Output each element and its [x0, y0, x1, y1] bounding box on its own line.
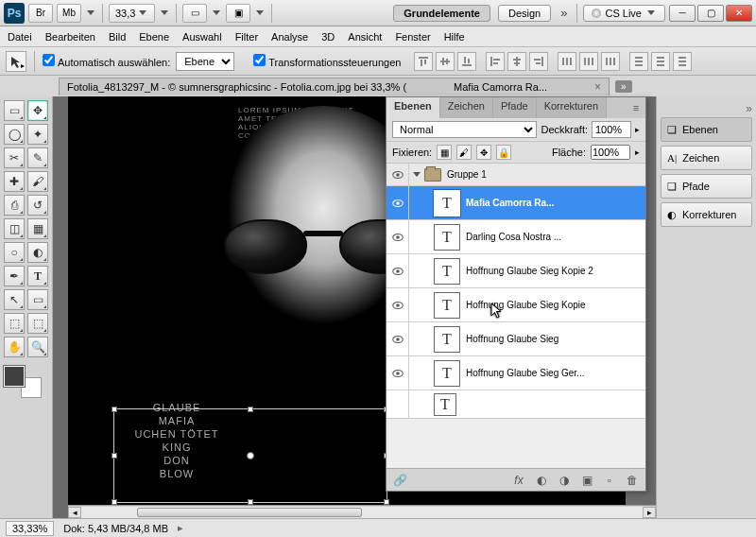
- move-tool-icon[interactable]: ▸: [6, 51, 26, 72]
- minibridge-button[interactable]: Mb: [57, 4, 81, 23]
- zoom-tool[interactable]: 🔍: [27, 337, 48, 357]
- tab-korrekturen[interactable]: Korrekturen: [537, 97, 607, 118]
- distribute-v2-icon[interactable]: [651, 52, 670, 71]
- layer-name[interactable]: Darling Cosa Nostra ...: [466, 232, 645, 242]
- blur-tool[interactable]: ○: [4, 242, 25, 263]
- menu-ebene[interactable]: Ebene: [139, 31, 169, 43]
- align-bottom-icon[interactable]: [457, 52, 476, 71]
- mask-icon[interactable]: ◐: [532, 472, 551, 489]
- bridge-button[interactable]: Br: [28, 4, 53, 23]
- document-tab[interactable]: Fotolia_4813297_M - © sumnersgraphicsinc…: [59, 78, 610, 95]
- new-group-icon[interactable]: ▣: [577, 472, 596, 489]
- tab-ebenen[interactable]: Ebenen: [387, 97, 440, 118]
- layer-name[interactable]: Hoffnung Glaube Sieg: [466, 334, 645, 344]
- eyedropper-tool[interactable]: ✎: [27, 147, 48, 168]
- close-tab-icon[interactable]: ×: [594, 80, 601, 94]
- menu-3d[interactable]: 3D: [321, 31, 335, 43]
- pen-tool[interactable]: ✒: [4, 266, 25, 286]
- horizontal-scrollbar[interactable]: ◂ ▸: [68, 505, 656, 518]
- layer-row[interactable]: T Mafia Camorra Ra...: [387, 186, 645, 220]
- workspace-more-icon[interactable]: »: [560, 6, 567, 20]
- color-swatches[interactable]: [4, 366, 42, 400]
- transform-handle[interactable]: [248, 407, 253, 412]
- layer-row-partial[interactable]: T: [387, 390, 645, 419]
- adjustment-icon[interactable]: ◑: [555, 472, 574, 489]
- distribute-h3-icon[interactable]: [601, 52, 620, 71]
- fill-input[interactable]: [591, 145, 630, 160]
- chevron-down-icon[interactable]: [161, 10, 168, 15]
- tab-overflow-icon[interactable]: »: [615, 80, 632, 93]
- eraser-tool[interactable]: ◫: [4, 218, 25, 239]
- group-expand-icon[interactable]: [413, 172, 421, 177]
- layers-panel[interactable]: Ebenen Zeichen Pfade Korrekturen ≡ Norma…: [386, 96, 646, 492]
- status-zoom[interactable]: 33,33%: [6, 521, 54, 536]
- visibility-toggle[interactable]: [387, 186, 409, 219]
- layer-row[interactable]: T Hoffnung Glaube Sieg Ger...: [387, 356, 645, 390]
- delete-layer-icon[interactable]: 🗑: [623, 472, 642, 489]
- strip-zeichen[interactable]: A|Zeichen: [661, 146, 752, 170]
- scroll-right-icon[interactable]: ▸: [643, 507, 656, 518]
- layer-name[interactable]: Hoffnung Glaube Sieg Kopie: [466, 300, 645, 310]
- close-button[interactable]: ✕: [726, 5, 752, 22]
- link-layers-icon[interactable]: 🔗: [390, 472, 409, 489]
- menu-fenster[interactable]: Fenster: [395, 31, 430, 43]
- tab-zeichen[interactable]: Zeichen: [440, 97, 493, 118]
- strip-korrekturen[interactable]: ◐Korrekturen: [661, 202, 752, 227]
- visibility-toggle[interactable]: [387, 288, 409, 321]
- distribute-h1-icon[interactable]: [558, 52, 576, 71]
- menu-hilfe[interactable]: Hilfe: [444, 31, 465, 43]
- align-left-icon[interactable]: [486, 52, 505, 71]
- visibility-toggle[interactable]: [387, 164, 409, 185]
- visibility-toggle[interactable]: [387, 220, 409, 253]
- layer-name[interactable]: Hoffnung Glaube Sieg Ger...: [466, 368, 645, 378]
- transform-handle[interactable]: [112, 407, 117, 412]
- auto-select-checkbox[interactable]: Automatisch auswählen:: [43, 54, 170, 68]
- marquee-tool[interactable]: ▭: [4, 100, 25, 121]
- brush-tool[interactable]: 🖌: [27, 171, 48, 192]
- menu-bild[interactable]: Bild: [109, 31, 126, 43]
- 3d-camera-tool[interactable]: ⬚: [27, 313, 48, 334]
- history-brush-tool[interactable]: ↺: [27, 195, 48, 216]
- scroll-left-icon[interactable]: ◂: [68, 507, 81, 518]
- chevron-down-icon[interactable]: [87, 10, 94, 15]
- opacity-input[interactable]: [592, 121, 631, 138]
- new-layer-icon[interactable]: ▫: [600, 472, 619, 489]
- layer-name[interactable]: Hoffnung Glaube Sieg Kopie 2: [466, 266, 645, 276]
- tab-pfade[interactable]: Pfade: [493, 97, 537, 118]
- align-hcenter-icon[interactable]: [507, 52, 526, 71]
- distribute-h2-icon[interactable]: [579, 52, 598, 71]
- workspace-other[interactable]: Design: [498, 5, 551, 22]
- screen-mode-button[interactable]: ▣: [226, 4, 250, 23]
- chevron-down-icon[interactable]: [256, 10, 264, 15]
- auto-select-combo[interactable]: Ebene: [176, 52, 234, 71]
- layer-row[interactable]: T Hoffnung Glaube Sieg: [387, 322, 645, 356]
- visibility-toggle[interactable]: [387, 254, 409, 287]
- distribute-v3-icon[interactable]: [673, 52, 692, 71]
- chevron-right-icon[interactable]: ▸: [635, 125, 640, 134]
- menu-auswahl[interactable]: Auswahl: [182, 31, 222, 43]
- strip-collapse-icon[interactable]: »: [661, 102, 752, 113]
- layer-group[interactable]: Gruppe 1: [387, 164, 645, 186]
- chevron-right-icon[interactable]: ▸: [635, 147, 640, 157]
- transform-handle[interactable]: [112, 453, 117, 459]
- lock-all-icon[interactable]: 🔒: [496, 145, 511, 160]
- menu-ansicht[interactable]: Ansicht: [348, 31, 382, 43]
- menu-analyse[interactable]: Analyse: [271, 31, 308, 43]
- lock-transparent-icon[interactable]: ▦: [437, 145, 452, 160]
- foreground-swatch[interactable]: [4, 366, 25, 387]
- blend-mode-select[interactable]: Normal: [392, 121, 537, 138]
- heal-tool[interactable]: ✚: [4, 171, 25, 192]
- transform-center[interactable]: [247, 452, 254, 459]
- transform-checkbox[interactable]: Transformationssteuerungen: [253, 54, 401, 68]
- dodge-tool[interactable]: ◐: [27, 242, 48, 263]
- hand-tool[interactable]: ✋: [4, 337, 25, 357]
- strip-pfade[interactable]: ❏Pfade: [661, 174, 752, 199]
- align-right-icon[interactable]: [529, 52, 548, 71]
- layer-name[interactable]: Gruppe 1: [447, 169, 645, 180]
- panel-menu-icon[interactable]: ≡: [627, 97, 645, 118]
- minimize-button[interactable]: ─: [669, 5, 696, 22]
- 3d-tool[interactable]: ⬚: [4, 313, 25, 334]
- workspace-active[interactable]: Grundelemente: [393, 5, 490, 22]
- type-tool[interactable]: T: [27, 266, 48, 286]
- visibility-toggle[interactable]: [387, 322, 409, 355]
